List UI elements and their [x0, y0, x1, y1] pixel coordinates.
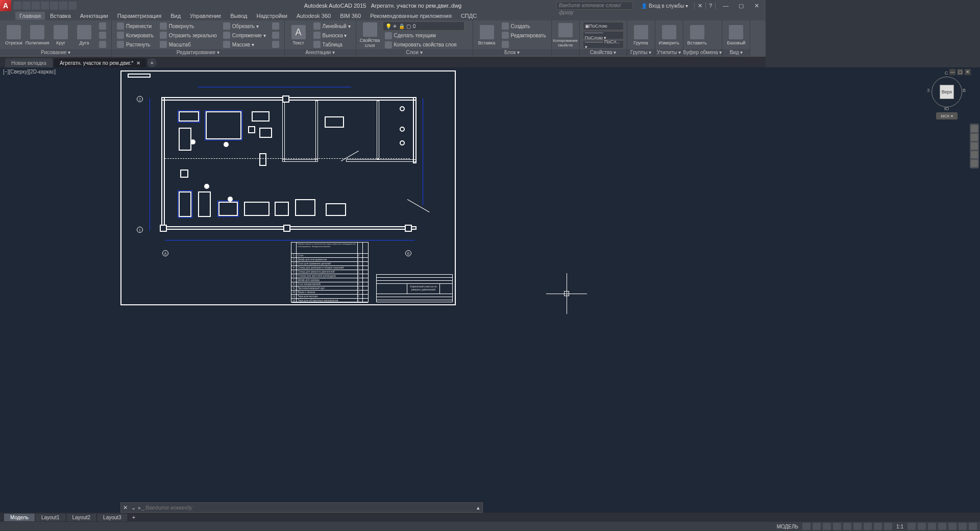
paste-button[interactable]: Вставить	[687, 21, 708, 49]
move-icon	[117, 22, 124, 30]
dim-linear-button[interactable]: Линейный ▾	[311, 22, 353, 31]
panel-utilities-title[interactable]: Утилиты ▾	[655, 49, 683, 56]
axis-mark: А	[162, 250, 168, 256]
table-button[interactable]: Таблица	[311, 40, 353, 49]
tab-a360[interactable]: Autodesk 360	[292, 12, 335, 20]
tab-parametric[interactable]: Параметризация	[113, 12, 165, 20]
tab-featured[interactable]: Рекомендованные приложения	[366, 12, 456, 20]
help-icon[interactable]: ?	[709, 3, 712, 9]
linetype-combo[interactable]: ———— ПоСл... ▾	[583, 40, 624, 49]
qat-saveas-icon[interactable]	[41, 2, 49, 10]
panel-clipboard: Вставить Буфер обмена ▾	[683, 20, 723, 57]
text-icon: A	[291, 25, 306, 39]
color-combo[interactable]: ▣ ПоСлою	[583, 22, 624, 30]
circle-button[interactable]: Круг	[50, 21, 71, 49]
insert-block-button[interactable]: Вставка	[476, 21, 498, 49]
trim-button[interactable]: Обрезать ▾	[221, 22, 268, 31]
copy-button[interactable]: Копировать	[115, 31, 156, 40]
tab-home[interactable]: Главная	[15, 12, 45, 20]
stretch-button[interactable]: Растянуть	[115, 40, 156, 49]
doc-tab-current[interactable]: Агрегатн. участок по рем.двиг.* ✕	[54, 58, 146, 67]
panel-block-title[interactable]: Блок ▾	[473, 49, 551, 56]
drawing-canvas[interactable]: [−][Сверху][2D-каркас] — ▢ ✕	[0, 67, 766, 415]
qat-undo-icon[interactable]	[59, 2, 67, 10]
maximize-button[interactable]: ▢	[734, 1, 748, 10]
modify-extra1[interactable]	[270, 22, 281, 31]
quick-access-toolbar	[13, 2, 77, 10]
move-button[interactable]: Перенести	[115, 22, 156, 31]
leader-button[interactable]: Выноска ▾	[311, 31, 353, 40]
qat-plot-icon[interactable]	[50, 2, 58, 10]
tab-bim360[interactable]: BIM 360	[336, 12, 365, 20]
tab-manage[interactable]: Управление	[186, 12, 225, 20]
tab-view[interactable]: Вид	[166, 12, 185, 20]
help-search-input[interactable]: Введите ключевое слово/фразу	[556, 2, 633, 10]
draw-extra2[interactable]	[97, 31, 108, 40]
tab-insert[interactable]: Вставка	[46, 12, 75, 20]
qat-save-icon[interactable]	[32, 2, 40, 10]
panel-clipboard-title[interactable]: Буфер обмена ▾	[683, 49, 722, 56]
viewport-label[interactable]: [−][Сверху][2D-каркас]	[3, 69, 56, 75]
scale-button[interactable]: Масштаб	[158, 40, 219, 49]
group-icon	[634, 25, 648, 39]
line-button[interactable]: Отрезок	[3, 21, 24, 49]
panel-groups: Группа Группы ▾	[627, 20, 655, 57]
qat-new-icon[interactable]	[13, 2, 21, 10]
panel-annotation-title[interactable]: Аннотации ▾	[285, 49, 356, 56]
panel-annotation: AТекст Линейный ▾ Выноска ▾ Таблица Анно…	[285, 20, 356, 57]
panel-draw-title[interactable]: Рисование ▾	[0, 49, 111, 56]
modify-extra3[interactable]	[270, 40, 281, 49]
app-menu-button[interactable]: A	[0, 0, 11, 11]
make-current-button[interactable]: Сделать текущим	[383, 31, 470, 40]
tab-annotate[interactable]: Аннотации	[76, 12, 112, 20]
draw-extra3[interactable]	[97, 40, 108, 49]
title-block: Агрегатный участок по ремонту двигателей	[376, 274, 453, 302]
rotate-button[interactable]: Повернуть	[158, 22, 219, 31]
minimize-button[interactable]: —	[719, 1, 733, 10]
array-button[interactable]: Массив ▾	[221, 40, 268, 49]
lineweight-combo[interactable]: ———— ПоСлою ▾	[583, 31, 624, 39]
baseview-button[interactable]: Базовый	[725, 21, 747, 49]
table-icon	[313, 41, 321, 48]
close-button[interactable]: ✕	[749, 1, 764, 10]
draw-extra1[interactable]	[97, 22, 108, 31]
block-extra[interactable]	[500, 40, 548, 49]
doc-tab-start[interactable]: Новая вкладка	[5, 58, 53, 67]
window-title: Autodesk AutoCAD 2015 Агрегатн. участок …	[304, 3, 461, 9]
text-button[interactable]: AТекст	[288, 21, 309, 49]
tab-addins[interactable]: Надстройки	[253, 12, 291, 20]
layer-combo[interactable]: 💡 ☀ 🔒 ▢ 0	[383, 21, 464, 31]
measure-icon	[662, 25, 676, 39]
panel-groups-title[interactable]: Группы ▾	[627, 49, 655, 56]
exchange-icon[interactable]: ✕	[698, 3, 702, 9]
panel-modify-title[interactable]: Редактирование ▾	[112, 49, 284, 56]
create-block-button[interactable]: Создать	[500, 22, 548, 31]
polyline-icon	[30, 25, 44, 39]
axis-mark: 1	[137, 227, 143, 233]
measure-button[interactable]: Измерить	[658, 21, 680, 49]
match-layer-button[interactable]: Копировать свойства слоя	[383, 40, 470, 49]
doc-tab-add[interactable]: +	[148, 58, 157, 67]
tab-spds[interactable]: СПДС	[457, 12, 481, 20]
mirror-button[interactable]: Отразить зеркально	[158, 31, 219, 40]
panel-layers-title[interactable]: Слои ▾	[356, 49, 473, 56]
edit-block-button[interactable]: Редактировать	[500, 31, 548, 40]
signin-button[interactable]: 👤 Вход в службы ▾	[638, 3, 691, 9]
qat-redo-icon[interactable]	[68, 2, 77, 10]
polyline-button[interactable]: Полилиния	[27, 21, 48, 49]
group-button[interactable]: Группа	[630, 21, 652, 49]
panel-properties-title[interactable]: Свойства ▾	[580, 49, 627, 56]
matchprop-button[interactable]: Копирование свойств	[555, 21, 576, 49]
arc-button[interactable]: Дуга	[74, 21, 95, 49]
specification-table: Наименование и техническая харак-теристи…	[291, 242, 369, 302]
panel-matchprop: Копирование свойств	[552, 20, 580, 57]
qat-open-icon[interactable]	[22, 2, 31, 10]
layer-props-button[interactable]: Свойства слоя	[359, 21, 381, 49]
modify-extra2[interactable]	[270, 31, 281, 40]
ribbon: Отрезок Полилиния Круг Дуга Рисование ▾ …	[0, 20, 766, 57]
fillet-button[interactable]: Сопряжение ▾	[221, 31, 268, 40]
title-bar: A Autodesk AutoCAD 2015 Агрегатн. участо…	[0, 0, 766, 11]
arc-icon	[77, 25, 91, 39]
tab-output[interactable]: Вывод	[226, 12, 251, 20]
panel-view-title[interactable]: Вид ▾	[722, 49, 750, 56]
